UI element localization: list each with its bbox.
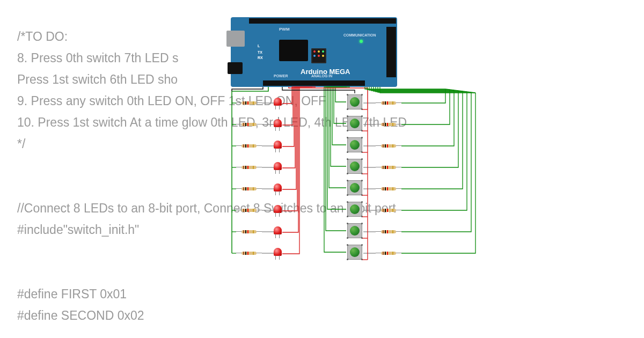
resistor-icon <box>236 165 262 170</box>
resistor-icon <box>236 122 262 127</box>
right-pin-header <box>386 27 396 77</box>
pushbutton[interactable] <box>346 93 363 111</box>
pushbutton[interactable] <box>346 179 363 196</box>
resistor-icon <box>376 165 401 170</box>
resistor-icon <box>236 251 262 255</box>
led-icon <box>274 119 282 131</box>
resistor-icon <box>376 187 401 191</box>
bottom-pin-header <box>263 80 365 86</box>
analog-label: ANALOG IN <box>311 74 332 78</box>
pushbutton[interactable] <box>346 201 363 218</box>
comm-led-icon <box>360 40 363 43</box>
pushbutton[interactable] <box>346 222 363 239</box>
pushbutton[interactable] <box>346 115 363 132</box>
led-icon <box>274 98 282 109</box>
resistor-icon <box>236 187 262 191</box>
circuit-diagram: Arduino MEGA PWM COMMUNICATION POWER ANA… <box>215 17 494 307</box>
l-indicator-label: L <box>258 44 260 48</box>
resistor-icon <box>376 251 401 255</box>
led-icon <box>274 141 282 152</box>
arduino-mega-board: Arduino MEGA PWM COMMUNICATION POWER ANA… <box>231 17 397 87</box>
pushbutton[interactable] <box>346 136 363 153</box>
main-chip-icon <box>279 40 308 61</box>
led-icon <box>274 248 282 260</box>
led-icon <box>274 205 282 217</box>
resistor-icon <box>376 144 401 148</box>
resistor-icon <box>376 101 401 105</box>
power-label: POWER <box>274 74 288 78</box>
resistor-icon <box>236 208 262 212</box>
top-pin-header <box>249 18 396 24</box>
comm-label: COMMUNICATION <box>343 33 376 37</box>
resistor-icon <box>236 101 262 105</box>
resistor-icon <box>376 122 401 127</box>
resistor-icon <box>376 208 401 212</box>
led-icon <box>274 183 282 195</box>
pushbutton[interactable] <box>346 244 363 261</box>
dc-jack-icon <box>228 62 243 74</box>
aux-chip-icon <box>311 48 326 63</box>
pwm-label: PWM <box>279 27 290 32</box>
led-icon <box>274 226 282 238</box>
led-icon <box>274 162 282 174</box>
resistor-icon <box>236 144 262 148</box>
rx-indicator-label: RX <box>258 56 263 60</box>
pushbutton[interactable] <box>346 158 363 175</box>
resistor-icon <box>236 230 262 234</box>
usb-port-icon <box>226 31 245 47</box>
resistor-icon <box>376 230 401 234</box>
tx-indicator-label: TX <box>258 50 262 54</box>
